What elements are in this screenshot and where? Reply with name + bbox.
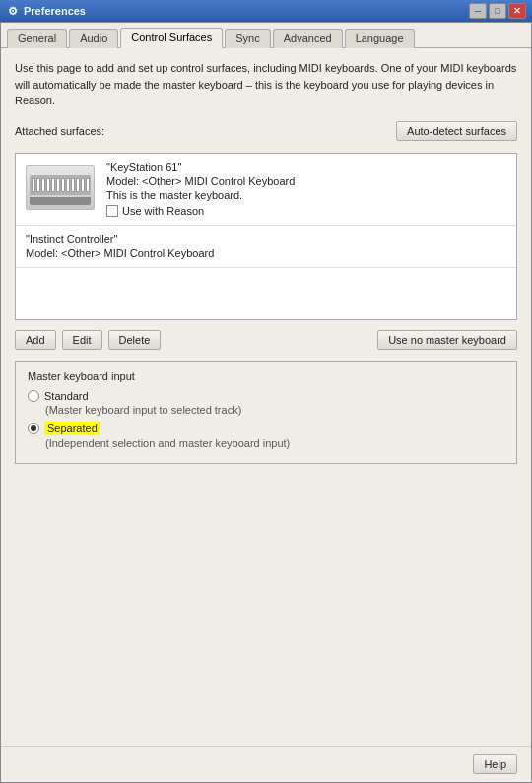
description-text: Use this page to add and set up control … — [15, 60, 517, 109]
tab-control-surfaces[interactable]: Control Surfaces — [120, 28, 223, 48]
tab-audio[interactable]: Audio — [69, 29, 118, 48]
maximize-button[interactable]: □ — [489, 3, 506, 19]
standard-label: Standard — [44, 390, 89, 402]
delete-button[interactable]: Delete — [108, 330, 162, 350]
auto-detect-button[interactable]: Auto-detect surfaces — [396, 121, 517, 141]
keyboard-image-1 — [26, 165, 95, 210]
standard-radio[interactable] — [28, 390, 39, 402]
separated-sublabel: (Independent selection and master keyboa… — [45, 437, 504, 449]
surfaces-label: Attached surfaces: — [15, 125, 104, 137]
surface-1-master: This is the master keyboard. — [106, 189, 506, 201]
title-bar: ⚙ Preferences ─ □ ✕ — [0, 0, 532, 22]
surfaces-list[interactable]: "KeyStation 61" Model: <Other> MIDI Cont… — [15, 153, 517, 320]
tab-general[interactable]: General — [7, 29, 67, 48]
surfaces-header: Attached surfaces: Auto-detect surfaces — [15, 121, 517, 141]
action-buttons: Add Edit Delete Use no master keyboard — [15, 330, 517, 350]
standard-sublabel: (Master keyboard input to selected track… — [45, 404, 504, 416]
separated-label: Separated — [44, 422, 100, 435]
tab-advanced[interactable]: Advanced — [273, 29, 343, 48]
use-with-reason-label: Use with Reason — [122, 205, 204, 217]
surface-2-name: "Instinct Controller" — [26, 233, 506, 245]
tab-bar: General Audio Control Surfaces Sync Adva… — [1, 23, 531, 48]
surface-2-model: Model: <Other> MIDI Control Keyboard — [26, 247, 506, 259]
standard-radio-row: Standard — [28, 390, 504, 402]
tab-language[interactable]: Language — [345, 29, 415, 48]
use-no-master-button[interactable]: Use no master keyboard — [377, 330, 517, 350]
window-title: Preferences — [24, 5, 469, 17]
help-button[interactable]: Help — [473, 754, 517, 774]
bottom-bar: Help — [1, 746, 531, 782]
surface-1-info: "KeyStation 61" Model: <Other> MIDI Cont… — [106, 162, 506, 217]
edit-button[interactable]: Edit — [62, 330, 102, 350]
add-button[interactable]: Add — [15, 330, 56, 350]
content-area: Use this page to add and set up control … — [1, 48, 531, 746]
use-with-reason-checkbox[interactable] — [106, 205, 118, 217]
surface-1-name: "KeyStation 61" — [106, 162, 506, 173]
use-with-reason-row: Use with Reason — [106, 205, 506, 217]
master-keyboard-box: Master keyboard input Standard (Master k… — [15, 361, 517, 464]
app-icon: ⚙ — [6, 4, 20, 18]
main-window: General Audio Control Surfaces Sync Adva… — [0, 22, 532, 783]
minimize-button[interactable]: ─ — [469, 3, 487, 19]
separated-radio-row: Separated — [28, 422, 504, 435]
surface-1-model: Model: <Other> MIDI Control Keyboard — [106, 175, 506, 187]
close-button[interactable]: ✕ — [508, 3, 526, 19]
surface-item-2: "Instinct Controller" Model: <Other> MID… — [16, 226, 516, 268]
surface-item-1: "KeyStation 61" Model: <Other> MIDI Cont… — [16, 154, 516, 226]
tab-sync[interactable]: Sync — [225, 29, 270, 48]
master-keyboard-title: Master keyboard input — [28, 370, 504, 382]
window-controls: ─ □ ✕ — [469, 3, 526, 19]
separated-radio[interactable] — [28, 423, 39, 434]
